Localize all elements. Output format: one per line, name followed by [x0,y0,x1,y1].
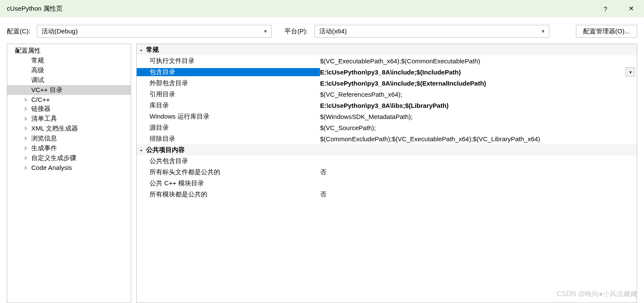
grid-row-label: 源目录 [137,124,320,132]
tree-item[interactable]: VC++ 目录 [7,85,131,95]
tree-item[interactable]: 高级 [7,65,131,75]
tree-root-label: 配置属性 [15,47,41,54]
grid-row-label: 公共包含目录 [137,157,320,165]
grid-row-label: 所有标头文件都是公共的 [137,168,320,176]
tree-item[interactable]: 调试 [7,75,131,85]
tree-item-label: C/C++ [31,96,50,103]
tree-item-label: 常规 [31,56,44,64]
caret-right-icon: ▷ [25,126,27,131]
grid-row[interactable]: 所有标头文件都是公共的否 [137,166,637,178]
grid-row-label: 外部包含目录 [137,79,320,87]
grid-row-label: 包含目录 [137,68,320,76]
tree-item-label: 链接器 [31,105,51,112]
config-select-value: 活动(Debug) [42,27,78,36]
tree-item-label: 清单工具 [31,115,57,122]
grid-row-label: 引用目录 [137,90,320,98]
caret-right-icon: ▷ [25,97,27,102]
grid-row[interactable]: 可执行文件目录$(VC_ExecutablePath_x64);$(Common… [137,55,637,66]
tree-item[interactable]: ▷生成事件 [7,143,131,153]
grid-row-label: Windows 运行库目录 [137,113,320,121]
caret-right-icon: ▷ [25,165,27,170]
property-grid: ⌄常规可执行文件目录$(VC_ExecutablePath_x64);$(Com… [136,44,637,303]
caret-right-icon: ▷ [25,155,27,160]
platform-select-value: 活动(x64) [319,27,347,36]
grid-row-label: 排除目录 [137,135,320,143]
tree-item[interactable]: ▷C/C++ [7,95,131,104]
grid-row[interactable]: 引用目录$(VC_ReferencesPath_x64); [137,89,637,100]
tree-root[interactable]: ◢ 配置属性 [7,46,131,56]
grid-row-value[interactable]: E:\cUsePython\py3_8A\libs;$(LibraryPath) [320,102,637,109]
grid-row-value[interactable]: $(VC_ReferencesPath_x64); [320,91,637,98]
tree-item-label: 高级 [31,66,44,74]
grid-row[interactable]: 外部包含目录E:\cUsePython\py3_8A\include;$(Ext… [137,77,637,89]
tree-item[interactable]: ▷浏览信息 [7,134,131,143]
grid-row-value[interactable]: E:\cUsePython\py3_8A\include;$(ExternalI… [320,80,637,87]
grid-row[interactable]: 包含目录E:\cUsePython\py3_8A\include;$(Inclu… [137,66,637,77]
watermark: CSDN @晚间●小风凉飕飕 [557,290,637,299]
chevron-down-icon: ▼ [541,29,545,34]
tree-item[interactable]: ▷Code Analysis [7,163,131,172]
grid-row-label: 公共 C++ 模块目录 [137,179,320,187]
main-content: ◢ 配置属性 常规高级调试VC++ 目录▷C/C++▷链接器▷清单工具▷XML … [0,43,644,303]
grid-row[interactable]: Windows 运行库目录$(WindowsSDK_MetadataPath); [137,111,637,122]
grid-row-value[interactable]: 否 [320,190,637,199]
caret-right-icon: ▷ [25,146,27,150]
tree-item-label: VC++ 目录 [31,86,63,93]
config-label: 配置(C): [7,27,33,36]
tree-panel: ◢ 配置属性 常规高级调试VC++ 目录▷C/C++▷链接器▷清单工具▷XML … [7,44,131,303]
grid-row[interactable]: 公共 C++ 模块目录 [137,178,637,189]
grid-row-value[interactable]: $(VC_SourcePath); [320,124,637,131]
chevron-down-icon: ▼ [263,29,268,34]
grid-row-value[interactable]: $(CommonExcludePath);$(VC_ExecutablePath… [320,135,637,143]
grid-row-value[interactable]: E:\cUsePython\py3_8A\include;$(IncludePa… [320,68,626,76]
grid-section-title: 公共项目内容 [146,146,185,154]
grid-row-label: 所有模块都是公共的 [137,190,320,199]
grid-row[interactable]: 源目录$(VC_SourcePath); [137,122,637,133]
grid-row[interactable]: 所有模块都是公共的否 [137,189,637,200]
caret-down-icon: ⌄ [139,147,143,152]
dropdown-button[interactable]: ▾ [626,67,635,77]
tree-item[interactable]: ▷XML 文档生成器 [7,124,131,134]
window-controls: ? ✕ [593,0,644,17]
help-button[interactable]: ? [593,0,618,17]
config-select[interactable]: 活动(Debug) ▼ [37,25,272,38]
config-manager-button[interactable]: 配置管理器(O)... [576,25,637,38]
grid-row[interactable]: 排除目录$(CommonExcludePath);$(VC_Executable… [137,133,637,144]
grid-row-label: 库目录 [137,101,320,110]
caret-right-icon: ▷ [25,136,27,140]
caret-down-icon: ◢ [16,48,19,53]
caret-down-icon: ⌄ [139,47,143,52]
grid-section-header[interactable]: ⌄常规 [137,44,637,55]
tree-item-label: 浏览信息 [31,134,57,142]
tree-item-label: Code Analysis [31,164,72,171]
titlebar: cUsePython 属性页 ? ✕ [0,0,644,17]
grid-section-header[interactable]: ⌄公共项目内容 [137,144,637,155]
config-toolbar: 配置(C): 活动(Debug) ▼ 平台(P): 活动(x64) ▼ 配置管理… [0,17,644,43]
tree-item[interactable]: ▷清单工具 [7,114,131,124]
tree-item-label: 自定义生成步骤 [31,154,76,161]
platform-label: 平台(P): [285,27,310,36]
close-button[interactable]: ✕ [618,0,644,17]
tree-item-label: 调试 [31,76,44,83]
tree-item-label: XML 文档生成器 [31,125,78,132]
window-title: cUsePython 属性页 [7,5,63,13]
tree-item[interactable]: ▷链接器 [7,104,131,114]
grid-row-value[interactable]: $(VC_ExecutablePath_x64);$(CommonExecuta… [320,57,637,65]
grid-section-title: 常规 [146,46,159,54]
grid-row-label: 可执行文件目录 [137,57,320,65]
caret-right-icon: ▷ [25,106,27,111]
grid-row-value[interactable]: 否 [320,168,637,176]
grid-row[interactable]: 公共包含目录 [137,155,637,166]
tree-item[interactable]: 常规 [7,56,131,65]
tree-item-label: 生成事件 [31,144,57,152]
platform-select[interactable]: 活动(x64) ▼ [315,25,549,38]
caret-right-icon: ▷ [25,116,27,121]
tree-item[interactable]: ▷自定义生成步骤 [7,153,131,163]
grid-row[interactable]: 库目录E:\cUsePython\py3_8A\libs;$(LibraryPa… [137,100,637,111]
grid-row-value[interactable]: $(WindowsSDK_MetadataPath); [320,113,637,120]
